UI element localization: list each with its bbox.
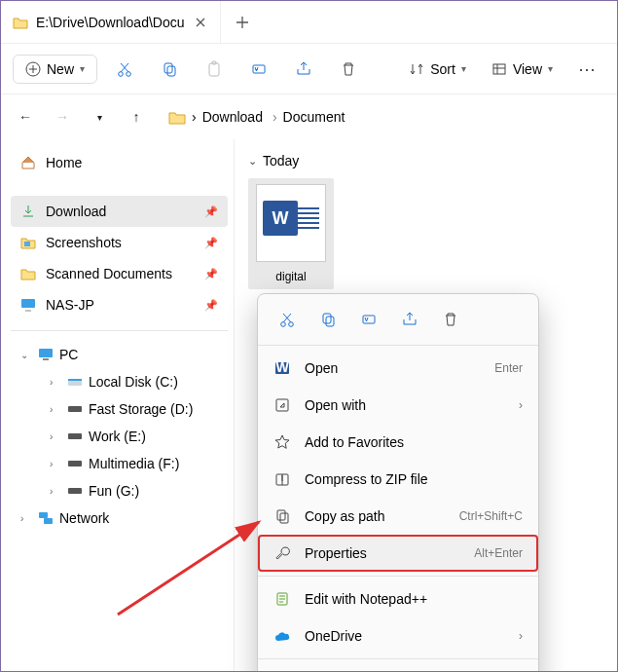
ctx-onedrive[interactable]: OneDrive › bbox=[258, 617, 538, 654]
ctx-label: Open with bbox=[305, 397, 505, 413]
svg-rect-3 bbox=[164, 63, 172, 73]
chevron-right-icon: › bbox=[273, 109, 277, 125]
folder-icon bbox=[168, 110, 186, 125]
copy-path-icon bbox=[273, 507, 291, 525]
rename-icon[interactable] bbox=[357, 308, 381, 331]
sidebar-item-drive-f[interactable]: ›Multimedia (F:) bbox=[40, 450, 228, 477]
rename-icon[interactable] bbox=[241, 52, 276, 87]
svg-rect-4 bbox=[167, 66, 175, 76]
group-header[interactable]: ⌄ Today bbox=[248, 153, 603, 168]
sidebar-item-drive-d[interactable]: ›Fast Storage (D:) bbox=[40, 395, 228, 423]
svg-rect-25 bbox=[363, 316, 375, 323]
svg-rect-19 bbox=[39, 512, 48, 518]
monitor-icon bbox=[20, 298, 36, 312]
chevron-right-icon: › bbox=[50, 404, 61, 415]
new-tab-button[interactable] bbox=[221, 1, 264, 43]
sidebar-item-nas[interactable]: NAS-JP 📌 bbox=[11, 289, 228, 320]
star-icon bbox=[273, 433, 291, 451]
close-icon[interactable] bbox=[193, 15, 208, 30]
sidebar-item-drive-c[interactable]: ›Local Disk (C:) bbox=[40, 368, 228, 395]
cut-icon[interactable] bbox=[275, 308, 299, 331]
delete-icon[interactable] bbox=[331, 52, 366, 87]
sort-label: Sort bbox=[430, 61, 455, 77]
download-icon bbox=[20, 204, 36, 219]
pin-icon: 📌 bbox=[204, 205, 218, 218]
recent-chevron-icon[interactable]: ▾ bbox=[87, 104, 112, 130]
group-label: Today bbox=[263, 153, 299, 168]
paste-icon[interactable] bbox=[197, 52, 232, 87]
file-item[interactable]: W digital bbox=[248, 178, 334, 289]
delete-icon[interactable] bbox=[439, 308, 462, 331]
chevron-down-icon: ⌄ bbox=[248, 155, 257, 168]
more-icon[interactable]: ⋯ bbox=[570, 52, 605, 87]
ctx-edit-npp[interactable]: Edit with Notepad++ bbox=[258, 580, 538, 617]
home-icon bbox=[20, 155, 36, 170]
svg-rect-15 bbox=[68, 406, 82, 412]
svg-rect-20 bbox=[44, 518, 53, 524]
copy-icon[interactable] bbox=[152, 52, 187, 87]
chevron-right-icon: › bbox=[20, 513, 32, 524]
share-icon[interactable] bbox=[398, 308, 421, 331]
ctx-copy-path[interactable]: Copy as path Ctrl+Shift+C bbox=[258, 498, 538, 535]
chevron-down-icon: ⌄ bbox=[20, 350, 32, 360]
sidebar-item-home[interactable]: Home bbox=[11, 147, 228, 178]
sort-button[interactable]: Sort ▾ bbox=[401, 56, 474, 83]
sidebar-item-label: Network bbox=[59, 510, 109, 526]
sidebar-item-label: Fun (G:) bbox=[89, 483, 139, 499]
breadcrumb[interactable]: › Download› Document bbox=[161, 105, 352, 129]
ctx-favorites[interactable]: Add to Favorites bbox=[258, 424, 538, 461]
forward-button[interactable]: → bbox=[50, 104, 75, 130]
crumb-label[interactable]: Document bbox=[283, 109, 345, 125]
ctx-compress[interactable]: Compress to ZIP file bbox=[258, 461, 538, 498]
ctx-label: Copy as path bbox=[305, 508, 446, 524]
sidebar-item-scanned[interactable]: Scanned Documents 📌 bbox=[11, 258, 228, 289]
sidebar-item-label: NAS-JP bbox=[46, 297, 94, 313]
sidebar-item-drive-e[interactable]: ›Work (E:) bbox=[40, 423, 228, 450]
sidebar-item-label: Screenshots bbox=[46, 235, 122, 250]
drive-icon bbox=[67, 460, 83, 467]
chevron-right-icon: › bbox=[50, 377, 61, 388]
sidebar-item-network[interactable]: › Network bbox=[11, 504, 228, 532]
cut-icon[interactable] bbox=[107, 52, 142, 87]
svg-rect-23 bbox=[323, 314, 331, 323]
separator bbox=[11, 330, 228, 331]
sidebar-item-label: PC bbox=[59, 347, 78, 362]
window-tab[interactable]: E:\Drive\Download\Docu bbox=[1, 1, 221, 43]
share-icon[interactable] bbox=[286, 52, 321, 87]
sidebar-item-screenshots[interactable]: Screenshots 📌 bbox=[11, 227, 228, 258]
svg-rect-17 bbox=[68, 461, 82, 467]
ctx-open-with[interactable]: Open with › bbox=[258, 387, 538, 424]
sidebar-item-label: Local Disk (C:) bbox=[89, 374, 178, 390]
word-icon: W bbox=[273, 359, 291, 377]
svg-rect-16 bbox=[68, 433, 82, 439]
svg-rect-31 bbox=[280, 513, 288, 523]
sidebar-item-drive-g[interactable]: ›Fun (G:) bbox=[40, 477, 228, 504]
svg-point-21 bbox=[281, 322, 286, 327]
pin-icon: 📌 bbox=[204, 268, 218, 280]
crumb-label[interactable]: Download bbox=[202, 109, 263, 125]
sidebar: Home Download 📌 Screenshots 📌 Scanned Do… bbox=[1, 139, 235, 672]
pin-icon: 📌 bbox=[204, 237, 218, 249]
sidebar-item-label: Download bbox=[46, 204, 106, 219]
sidebar-item-pc[interactable]: ⌄ PC bbox=[11, 341, 228, 368]
chevron-down-icon: ▾ bbox=[548, 63, 553, 74]
chevron-right-icon: › bbox=[192, 109, 197, 125]
new-button-label: New bbox=[47, 61, 74, 77]
svg-rect-10 bbox=[21, 299, 35, 308]
back-button[interactable]: ← bbox=[13, 104, 38, 130]
new-button[interactable]: New ▾ bbox=[13, 55, 97, 84]
copy-icon[interactable] bbox=[316, 308, 340, 331]
chevron-right-icon: › bbox=[50, 486, 61, 497]
chevron-right-icon: › bbox=[50, 431, 61, 442]
sidebar-item-label: Multimedia (F:) bbox=[89, 456, 179, 471]
tab-title: E:\Drive\Download\Docu bbox=[36, 15, 185, 30]
svg-point-1 bbox=[119, 71, 124, 76]
ctx-properties[interactable]: Properties Alt+Enter bbox=[258, 535, 538, 572]
svg-rect-12 bbox=[43, 358, 49, 360]
ctx-show-more[interactable]: Show more options bbox=[258, 663, 538, 672]
ctx-open[interactable]: W Open Enter bbox=[258, 350, 538, 387]
view-button[interactable]: View ▾ bbox=[484, 56, 561, 83]
up-button[interactable]: ↑ bbox=[124, 104, 149, 130]
sidebar-item-download[interactable]: Download 📌 bbox=[11, 196, 228, 227]
onedrive-icon bbox=[273, 627, 291, 645]
